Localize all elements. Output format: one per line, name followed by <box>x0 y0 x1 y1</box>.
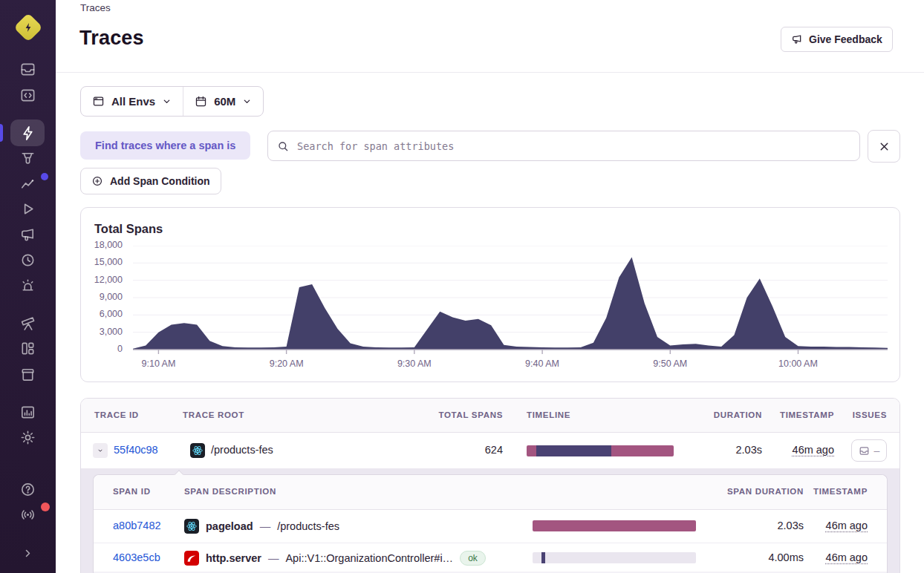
sidebar-collapse-button[interactable] <box>10 541 45 566</box>
span-timestamp[interactable]: 46m ago <box>826 551 868 563</box>
traces-table-panel: TRACE ID TRACE ROOT TOTAL SPANS TIMELINE… <box>80 398 900 573</box>
sidebar-item-traces[interactable] <box>10 119 45 146</box>
col-span-duration: SPAN DURATION <box>727 487 804 496</box>
span-description-text[interactable]: /products-fes <box>277 520 339 532</box>
span-id-link[interactable]: 4603e5cb <box>113 551 160 563</box>
trace-timestamp[interactable]: 46m ago <box>793 444 834 456</box>
timeline-segment <box>527 445 536 456</box>
col-span-id: SPAN ID <box>113 487 151 496</box>
expanded-trace-section: SPAN ID SPAN DESCRIPTION SPAN DURATION T… <box>81 468 899 573</box>
span-op: pageload <box>206 520 253 532</box>
clear-search-button[interactable] <box>868 130 900 163</box>
total-spans-area-chart[interactable] <box>133 246 888 355</box>
sidebar-item-whats-new[interactable] <box>10 502 45 527</box>
span-duration-bar <box>533 520 696 531</box>
trace-root-name[interactable]: /products-fes <box>211 444 273 456</box>
sidebar-item-stats[interactable] <box>10 400 45 425</box>
alerts-siren-icon <box>19 277 36 294</box>
trace-issues-button[interactable]: – <box>851 439 887 462</box>
span-id-link[interactable]: a80b7482 <box>113 520 161 531</box>
trace-query-builder-label: Find traces where a span is <box>80 131 250 160</box>
sidebar-item-crons[interactable] <box>10 248 45 272</box>
settings-gear-icon <box>19 429 36 446</box>
col-duration: DURATION <box>714 410 762 419</box>
react-icon <box>190 443 205 458</box>
y-axis-label: 18,000 <box>81 240 123 250</box>
page-filter-bar: All Envs 60M <box>80 86 264 117</box>
col-trace-root: TRACE ROOT <box>183 410 244 419</box>
col-total-spans: TOTAL SPANS <box>438 410 503 419</box>
search-input[interactable] <box>296 140 850 153</box>
sidebar-item-releases[interactable] <box>10 362 45 387</box>
trace-timeline-bar[interactable] <box>527 445 674 456</box>
sentry-logo-diamond <box>13 13 43 42</box>
issues-icon <box>859 445 870 456</box>
chevron-down-icon <box>162 96 172 106</box>
span-timestamp[interactable]: 46m ago <box>826 520 868 531</box>
span-description: http.server — Api::V1::OrganizationContr… <box>184 543 486 572</box>
span-duration: 4.00ms <box>768 551 804 563</box>
history-clock-icon <box>19 252 36 269</box>
collapse-trace-button[interactable] <box>93 443 108 458</box>
sidebar-item-replays[interactable] <box>10 197 45 221</box>
add-span-condition-label: Add Span Condition <box>110 175 210 187</box>
sidebar-item-insights[interactable] <box>10 146 45 171</box>
broadcast-icon <box>19 506 36 523</box>
sidebar-item-settings[interactable] <box>10 425 45 450</box>
environment-filter[interactable]: All Envs <box>81 87 183 116</box>
replays-play-icon <box>19 200 36 217</box>
metrics-chart-icon <box>19 175 36 192</box>
megaphone-icon <box>791 33 803 45</box>
sidebar-item-explore[interactable] <box>10 83 45 108</box>
sidebar-item-alerts[interactable] <box>10 273 45 298</box>
discover-telescope-icon <box>19 315 36 332</box>
sidebar-item-metrics[interactable] <box>10 171 45 196</box>
sidebar-item-feedback[interactable] <box>10 223 45 247</box>
sidebar-item-discover[interactable] <box>10 311 45 335</box>
sidebar-item-issues[interactable] <box>10 57 45 82</box>
traces-table-header: TRACE ID TRACE ROOT TOTAL SPANS TIMELINE… <box>81 399 899 433</box>
x-axis-label: 10:00 AM <box>764 358 831 369</box>
give-feedback-button[interactable]: Give Feedback <box>781 27 893 52</box>
search-icon <box>277 140 289 152</box>
rails-icon <box>184 551 199 566</box>
breadcrumb[interactable]: Traces <box>80 2 111 13</box>
sidebar-item-help[interactable] <box>10 477 45 502</box>
sidebar <box>0 0 56 573</box>
span-description: pageload — /products-fes <box>184 510 339 543</box>
window-icon <box>92 95 105 108</box>
span-duration: 2.03s <box>778 520 804 531</box>
spans-table-header: SPAN ID SPAN DESCRIPTION SPAN DURATION T… <box>94 475 887 510</box>
add-span-condition-button[interactable]: Add Span Condition <box>80 168 221 194</box>
span-attribute-search[interactable] <box>267 131 860 161</box>
timeline-segment <box>541 552 545 563</box>
give-feedback-label: Give Feedback <box>809 33 882 45</box>
metrics-notification-dot <box>41 173 48 180</box>
x-axis-label: 9:30 AM <box>381 358 448 369</box>
insights-funnel-icon <box>19 150 36 167</box>
x-axis-label: 9:40 AM <box>509 358 576 369</box>
time-range-filter[interactable]: 60M <box>183 87 263 116</box>
sentry-logo[interactable] <box>13 12 44 43</box>
total-spans-chart-panel: Total Spans 03,0006,0009,00012,00015,000… <box>80 207 900 382</box>
stats-bars-icon <box>19 404 36 421</box>
span-op: http.server <box>206 552 261 564</box>
col-span-description: SPAN DESCRIPTION <box>184 487 276 496</box>
col-timeline: TIMELINE <box>527 410 570 419</box>
header-divider <box>56 72 924 73</box>
issues-icon <box>19 61 36 78</box>
releases-archive-icon <box>19 366 36 383</box>
spans-table: SPAN ID SPAN DESCRIPTION SPAN DURATION T… <box>93 474 888 573</box>
y-axis-label: 6,000 <box>81 309 123 319</box>
span-description-text[interactable]: Api::V1::OrganizationController#i… <box>285 552 453 564</box>
span-status-badge: ok <box>460 551 486 566</box>
span-row: a80b7482 pageload — /products-fes 2.03s … <box>94 510 887 543</box>
traces-page: Traces Traces Give Feedback All Envs 60M… <box>0 0 924 573</box>
col-trace-id: TRACE ID <box>94 410 139 419</box>
separator-dash: — <box>268 552 279 564</box>
sidebar-item-dashboards[interactable] <box>10 336 45 361</box>
x-axis-label: 9:10 AM <box>125 358 192 369</box>
timeline-segment <box>611 445 674 456</box>
traces-lightning-icon <box>19 125 36 142</box>
trace-id-link[interactable]: 55f40c98 <box>114 444 158 456</box>
